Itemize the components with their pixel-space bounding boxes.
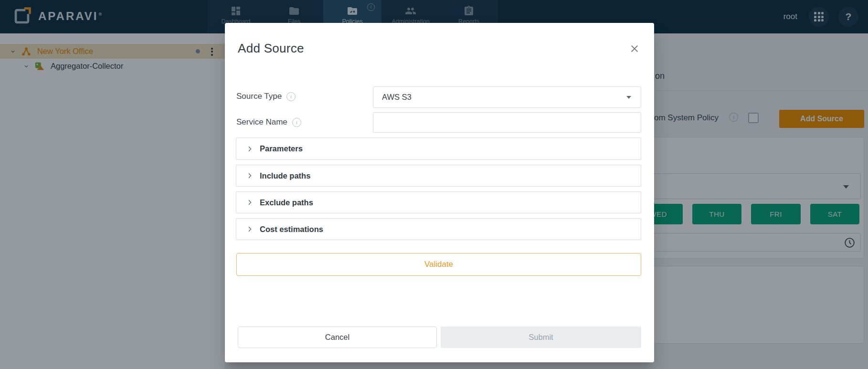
chevron-right-icon bbox=[246, 145, 254, 153]
close-button[interactable] bbox=[625, 39, 644, 58]
accordion-parameters[interactable]: Parameters bbox=[236, 137, 641, 160]
cancel-button[interactable]: Cancel bbox=[238, 327, 437, 348]
submit-button[interactable]: Submit bbox=[441, 327, 641, 348]
accordion-exclude-paths[interactable]: Exclude paths bbox=[236, 191, 641, 213]
source-type-label: Source Type bbox=[236, 92, 282, 101]
info-icon: i bbox=[292, 118, 301, 127]
dialog-title: Add Source bbox=[238, 41, 304, 56]
service-name-label-row: Service Name i bbox=[236, 117, 301, 127]
source-type-value: AWS S3 bbox=[382, 93, 412, 102]
accordion-label: Cost estimations bbox=[260, 225, 323, 234]
chevron-right-icon bbox=[246, 199, 254, 206]
validate-button[interactable]: Validate bbox=[236, 253, 641, 276]
info-icon: i bbox=[286, 92, 296, 101]
close-icon bbox=[629, 43, 640, 54]
chevron-right-icon bbox=[246, 172, 254, 179]
aparavi-app: APARAVI® Dashboard Files Policies i bbox=[0, 0, 868, 369]
service-name-label: Service Name bbox=[236, 117, 287, 127]
service-name-input[interactable] bbox=[373, 112, 641, 133]
source-type-select[interactable]: AWS S3 bbox=[373, 86, 641, 108]
accordion-cost-estimations[interactable]: Cost estimations bbox=[236, 218, 641, 240]
add-source-dialog: Add Source Source Type i AWS S3 Service … bbox=[225, 23, 654, 362]
chevron-right-icon bbox=[246, 225, 254, 233]
accordion-label: Exclude paths bbox=[260, 198, 313, 207]
accordion-label: Parameters bbox=[260, 144, 303, 153]
accordion-label: Include paths bbox=[260, 171, 310, 180]
source-type-label-row: Source Type i bbox=[236, 92, 296, 101]
chevron-down-icon bbox=[626, 96, 631, 99]
accordion-include-paths[interactable]: Include paths bbox=[236, 165, 641, 187]
